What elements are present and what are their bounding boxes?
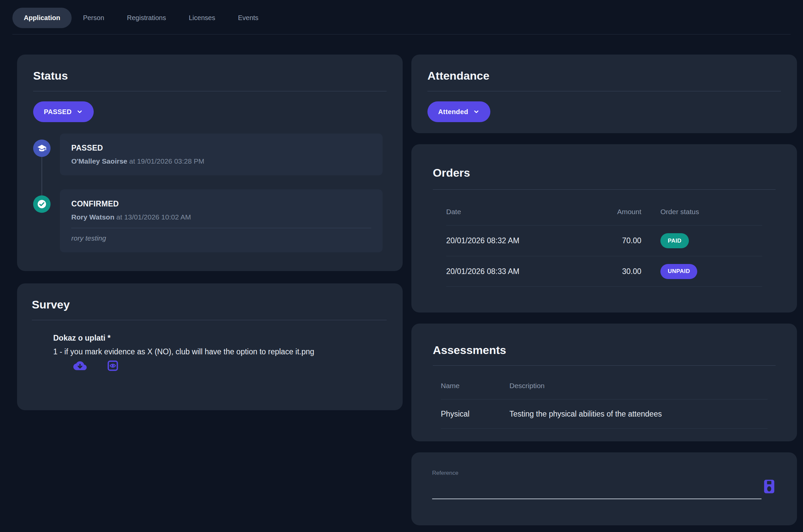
order-amount: 30.00 (588, 267, 641, 276)
table-row: 20/01/2026 08:33 AM 30.00 UNPAID (446, 256, 762, 287)
reference-input[interactable] (432, 487, 762, 499)
assessments-card-title: Assessments (433, 344, 776, 357)
timeline-item-passed: PASSED O'Malley Saoirse at 19/01/2026 03… (33, 133, 387, 175)
assessments-card: Assessments Name Description Physical Te… (411, 324, 797, 441)
status-timeline: PASSED O'Malley Saoirse at 19/01/2026 03… (33, 133, 387, 252)
orders-col-status: Order status (660, 208, 762, 216)
table-row: Physical Testing the physical abilities … (441, 399, 767, 429)
orders-card-divider (433, 189, 776, 190)
timeline-note-divider (71, 228, 371, 228)
attendance-card: Attendance Attended (411, 55, 797, 133)
survey-question-block: Dokaz o uplati * 1 - if you mark evidenc… (53, 334, 387, 373)
timeline-datetime: at 13/01/2026 10:02 AM (116, 213, 191, 221)
assessments-col-description: Description (509, 382, 767, 390)
orders-col-amount: Amount (588, 208, 641, 216)
timeline-card: CONFIRMED Rory Watson at 13/01/2026 10:0… (60, 189, 382, 252)
tab-person[interactable]: Person (72, 8, 115, 28)
timeline-user: Rory Watson (71, 213, 114, 221)
order-date: 20/01/2026 08:32 AM (446, 236, 588, 245)
school-icon (33, 139, 51, 157)
orders-table: Date Amount Order status 20/01/2026 08:3… (433, 204, 776, 287)
status-badge: PAID (660, 233, 689, 248)
tab-bar: Application Person Registrations License… (0, 0, 803, 35)
status-dropdown-label: PASSED (44, 108, 72, 116)
assessments-table: Name Description Physical Testing the ph… (433, 377, 776, 429)
order-amount: 70.00 (588, 236, 641, 245)
check-circle-icon (33, 195, 51, 213)
tab-licenses[interactable]: Licenses (178, 8, 227, 28)
left-column: Status PASSED PASSED O'Malley Saoirse (17, 55, 403, 525)
tab-registrations[interactable]: Registrations (115, 8, 178, 28)
preview-icon[interactable] (107, 360, 119, 372)
orders-col-date: Date (446, 208, 588, 216)
cloud-download-icon[interactable] (73, 359, 87, 373)
table-row: 20/01/2026 08:32 AM 70.00 PAID (446, 225, 762, 256)
survey-card-title: Survey (32, 298, 387, 311)
main-content: Status PASSED PASSED O'Malley Saoirse (0, 35, 803, 525)
orders-card: Orders Date Amount Order status 20/01/20… (411, 144, 797, 312)
status-card-title: Status (33, 69, 387, 82)
tab-events[interactable]: Events (227, 8, 270, 28)
orders-card-title: Orders (433, 166, 776, 179)
assessment-name: Physical (441, 410, 509, 419)
status-card: Status PASSED PASSED O'Malley Saoirse (17, 55, 403, 271)
reference-card: Reference (411, 452, 797, 525)
attendance-dropdown-label: Attended (438, 108, 468, 116)
survey-question-label: Dokaz o uplati * (53, 334, 387, 343)
survey-card-divider (32, 320, 387, 320)
assessments-table-header: Name Description (441, 377, 767, 399)
attendance-card-divider (427, 91, 781, 91)
timeline-status-title: CONFIRMED (71, 200, 371, 208)
assessments-col-name: Name (441, 382, 509, 390)
survey-answer-filename: 1 - if you mark evidence as X (NO), club… (53, 347, 387, 356)
chevron-down-icon (76, 109, 83, 115)
timeline-meta: Rory Watson at 13/01/2026 10:02 AM (71, 213, 371, 221)
right-column: Attendance Attended Orders Date Amount O… (411, 55, 797, 525)
survey-card: Survey Dokaz o uplati * 1 - if you mark … (17, 283, 403, 410)
attendance-card-title: Attendance (427, 69, 781, 82)
save-icon[interactable] (763, 479, 776, 494)
timeline-status-title: PASSED (71, 144, 371, 153)
assessments-card-divider (433, 365, 776, 366)
timeline-item-confirmed: CONFIRMED Rory Watson at 13/01/2026 10:0… (33, 189, 387, 252)
timeline-meta: O'Malley Saoirse at 19/01/2026 03:28 PM (71, 157, 371, 165)
attendance-dropdown-button[interactable]: Attended (427, 101, 490, 122)
timeline-card: PASSED O'Malley Saoirse at 19/01/2026 03… (60, 133, 382, 175)
timeline-datetime: at 19/01/2026 03:28 PM (129, 157, 204, 165)
reference-field-label: Reference (432, 470, 776, 476)
status-card-divider (33, 91, 387, 91)
order-date: 20/01/2026 08:33 AM (446, 267, 588, 276)
chevron-down-icon (473, 109, 480, 115)
status-badge: UNPAID (660, 264, 697, 279)
timeline-user: O'Malley Saoirse (71, 157, 127, 165)
orders-table-header: Date Amount Order status (446, 204, 762, 225)
survey-file-actions (73, 359, 387, 373)
timeline-note: rory testing (71, 234, 371, 242)
status-dropdown-button[interactable]: PASSED (33, 101, 94, 122)
assessment-description: Testing the physical abilities of the at… (509, 410, 767, 419)
tab-application[interactable]: Application (12, 8, 72, 28)
tabs: Application Person Registrations License… (12, 8, 791, 28)
